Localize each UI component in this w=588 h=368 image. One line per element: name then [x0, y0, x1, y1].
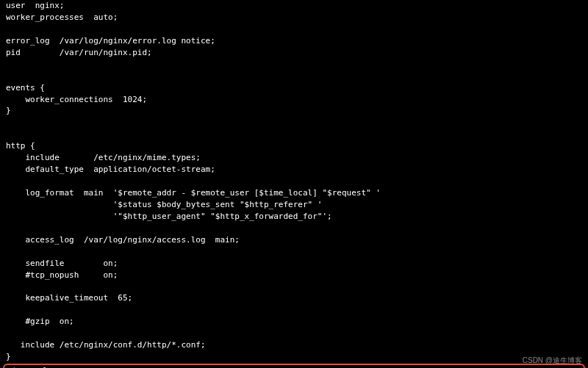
nginx-config-stream-highlighted: stream { include /etc/nginx/conf.d/strea… [3, 364, 585, 368]
watermark: CSDN @途生博客 [523, 356, 582, 367]
nginx-config-main: user nginx; worker_processes auto; error… [0, 0, 588, 363]
